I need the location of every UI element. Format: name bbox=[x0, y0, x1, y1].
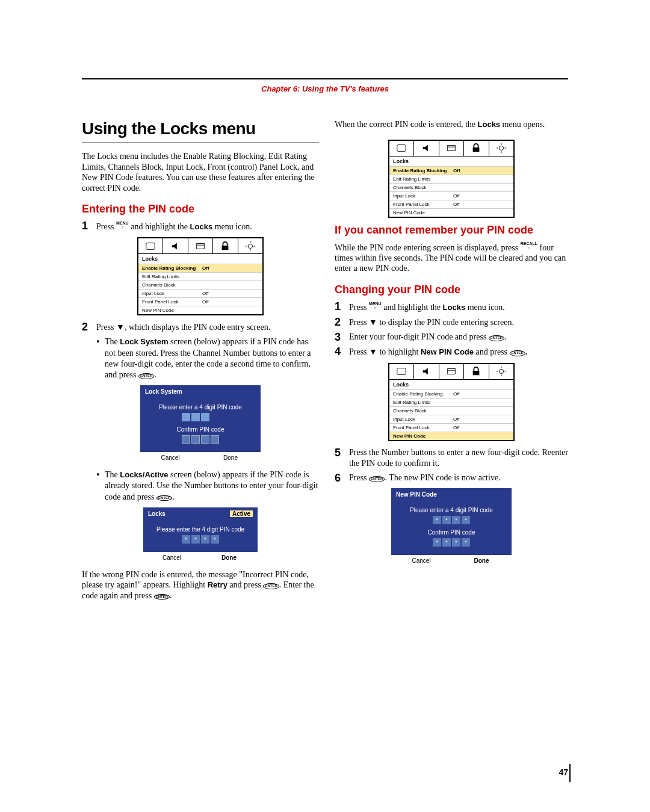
step-number: 5 bbox=[335, 447, 349, 469]
down-arrow-icon: ▼ bbox=[369, 317, 377, 327]
menu-title: Locks bbox=[389, 380, 513, 389]
svg-rect-18 bbox=[397, 368, 406, 375]
enter-key-icon: ENTER bbox=[263, 583, 279, 589]
menu-key-icon: MENU bbox=[116, 220, 129, 229]
dialog-confirm-label: Confirm PIN code bbox=[396, 529, 507, 536]
step-1: 1 Press MENU and highlight the Locks men… bbox=[82, 220, 319, 232]
recall-key-icon: RECALL bbox=[521, 241, 537, 250]
step-number: 2 bbox=[335, 317, 349, 328]
section-entering-pin: Entering the PIN code bbox=[82, 203, 319, 215]
dialog-header: Locks Active bbox=[143, 507, 258, 520]
intro-text: The Locks menu includes the Enable Ratin… bbox=[82, 151, 319, 193]
cancel-button[interactable]: Cancel bbox=[143, 552, 200, 563]
svg-point-4 bbox=[248, 244, 252, 248]
step-text: Press ▼ to display the PIN code entering… bbox=[349, 317, 568, 328]
svg-point-22 bbox=[499, 369, 503, 373]
dialog-buttons: Cancel Done bbox=[143, 552, 258, 563]
dialog-prompt: Please enter the 4 digit PIN code bbox=[148, 526, 253, 533]
step-text: Enter your four-digit PIN code and press… bbox=[349, 332, 568, 342]
picture-icon bbox=[389, 364, 414, 379]
step-text: Press MENU and highlight the Locks menu … bbox=[96, 220, 319, 232]
menu-row: Edit Rating Limits bbox=[138, 272, 262, 280]
enter-key-icon: ENTER bbox=[489, 335, 504, 341]
step-text: Press ▼, which displays the PIN code ent… bbox=[96, 321, 319, 333]
menu-row: Front Panel LockOff bbox=[389, 200, 513, 208]
cancel-button[interactable]: Cancel bbox=[140, 452, 200, 463]
down-arrow-icon: ▼ bbox=[369, 347, 377, 356]
menu-row: New PIN Code bbox=[389, 432, 513, 440]
right-column: When the correct PIN code is entered, th… bbox=[335, 119, 568, 572]
page-title: Using the Locks menu bbox=[82, 119, 319, 138]
menu-key-icon: MENU bbox=[369, 301, 382, 309]
svg-point-13 bbox=[499, 146, 503, 150]
enter-key-icon: ENTER bbox=[369, 476, 385, 482]
locks-menu-illustration-2: Locks Enable Rating BlockingOff Edit Rat… bbox=[388, 140, 515, 218]
enter-key-icon: ENTER bbox=[154, 594, 170, 600]
svg-rect-3 bbox=[222, 246, 229, 250]
menu-row: Input LockOff bbox=[389, 191, 513, 200]
step-number: 2 bbox=[82, 321, 96, 333]
menu-row: Enable Rating BlockingOff bbox=[138, 264, 262, 272]
step-number: 6 bbox=[335, 473, 349, 483]
change-step-6: 6 Press ENTER. The new PIN code is now a… bbox=[335, 473, 568, 483]
change-step-4: 4 Press ▼ to highlight New PIN Code and … bbox=[335, 346, 568, 358]
setup-icon bbox=[188, 238, 213, 253]
wrong-pin-text: If the wrong PIN code is entered, the me… bbox=[82, 569, 319, 601]
bullet-locks-active: • The Locks/Active screen (below) appear… bbox=[96, 470, 319, 503]
menu-title: Locks bbox=[138, 254, 262, 264]
enter-key-icon: ENTER bbox=[510, 350, 525, 356]
done-button[interactable]: Done bbox=[451, 555, 512, 566]
forgot-pin-text: While the PIN code entering screen is di… bbox=[335, 241, 568, 274]
svg-rect-9 bbox=[397, 145, 406, 152]
lock-system-dialog: Lock System Please enter a 4 digit PIN c… bbox=[140, 385, 261, 463]
done-button[interactable]: Done bbox=[200, 452, 261, 463]
step-text: Press ENTER. The new PIN code is now act… bbox=[349, 473, 568, 483]
menu-row: Edit Rating Limits bbox=[389, 175, 513, 183]
menu-tab-icons bbox=[138, 238, 262, 254]
dialog-prompt: Please enter a 4 digit PIN code bbox=[145, 404, 256, 411]
menu-row: Enable Rating BlockingOff bbox=[389, 166, 513, 175]
section-forgot-pin: If you cannot remember your PIN code bbox=[335, 224, 568, 237]
menu-row: Channels Block bbox=[389, 183, 513, 191]
down-arrow-icon: ▼ bbox=[116, 322, 125, 332]
menu-row: New PIN Code bbox=[389, 208, 513, 217]
svg-rect-1 bbox=[197, 243, 205, 249]
done-button[interactable]: Done bbox=[200, 552, 258, 563]
setup-icon bbox=[439, 364, 464, 379]
pin-confirm-boxes bbox=[145, 435, 256, 444]
page-number: 47 bbox=[559, 767, 568, 777]
chapter-heading: Chapter 6: Using the TV's features bbox=[0, 84, 650, 93]
enter-key-icon: ENTER bbox=[138, 373, 154, 379]
audio-icon bbox=[414, 141, 439, 156]
audio-icon bbox=[414, 364, 439, 379]
change-step-5: 5 Press the Number buttons to enter a ne… bbox=[335, 447, 568, 469]
step-number: 1 bbox=[335, 301, 349, 313]
change-step-3: 3 Enter your four-digit PIN code and pre… bbox=[335, 332, 568, 342]
menu-row: Input LockOff bbox=[138, 289, 262, 297]
svg-rect-10 bbox=[448, 146, 456, 151]
cancel-button[interactable]: Cancel bbox=[391, 555, 451, 566]
pin-entry-boxes bbox=[145, 413, 256, 421]
picture-icon bbox=[138, 238, 163, 253]
dialog-confirm-label: Confirm PIN code bbox=[145, 426, 256, 433]
menu-row: Channels Block bbox=[138, 280, 262, 289]
step-number: 1 bbox=[82, 220, 96, 232]
menu-row: New PIN Code bbox=[138, 306, 262, 314]
preferences-icon bbox=[489, 364, 513, 379]
bullet-lock-system: • The Lock System screen (below) appears… bbox=[96, 336, 319, 380]
step-text: Press ▼ to highlight New PIN Code and pr… bbox=[349, 346, 568, 358]
menu-row: Edit Rating Limits bbox=[389, 398, 513, 406]
change-step-2: 2 Press ▼ to display the PIN code enteri… bbox=[335, 317, 568, 328]
picture-icon bbox=[389, 141, 414, 156]
step-2: 2 Press ▼, which displays the PIN code e… bbox=[82, 321, 319, 333]
top-rule bbox=[82, 78, 568, 79]
audio-icon bbox=[163, 238, 188, 253]
dialog-buttons: Cancel Done bbox=[140, 452, 261, 463]
bullet-icon: • bbox=[96, 470, 105, 503]
pin-entry-boxes: **** bbox=[396, 516, 507, 524]
pin-entry-boxes: **** bbox=[148, 535, 253, 544]
side-rule bbox=[569, 764, 571, 782]
bullet-icon: • bbox=[96, 336, 105, 380]
step-number: 4 bbox=[335, 346, 349, 358]
dialog-buttons: Cancel Done bbox=[391, 555, 512, 566]
